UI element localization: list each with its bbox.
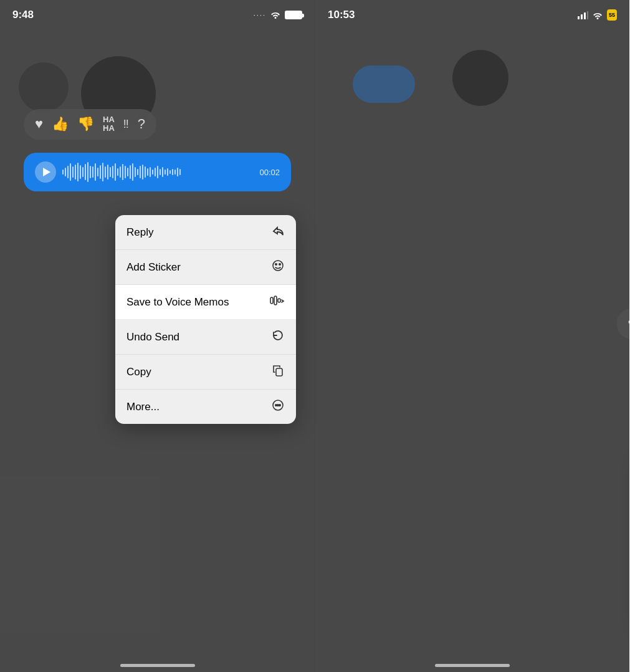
menu-add-sticker-left[interactable]: Add Sticker xyxy=(115,250,296,285)
svg-rect-6 xyxy=(276,368,282,376)
menu-copy-left[interactable]: Copy xyxy=(115,355,296,390)
svg-point-0 xyxy=(273,261,283,271)
svg-rect-4 xyxy=(274,296,277,305)
battery-icon-left xyxy=(285,11,302,19)
svg-point-2 xyxy=(279,264,280,265)
svg-point-10 xyxy=(279,405,280,406)
battery-level-right: 55 xyxy=(607,9,617,21)
left-phone-panel: 9:48 ···· ♥ 👍 👎 HAHA ‼ ? xyxy=(0,0,315,672)
svg-rect-12 xyxy=(581,14,583,19)
reaction-thumbsup[interactable]: 👍 xyxy=(52,116,69,132)
voice-bubble-left: 00:02 xyxy=(24,153,291,191)
svg-rect-5 xyxy=(278,299,280,302)
reaction-haha[interactable]: HAHA xyxy=(103,115,115,133)
menu-undo-send-left[interactable]: Undo Send xyxy=(115,320,296,355)
voice-duration-left: 00:02 xyxy=(259,168,280,177)
menu-reply-left[interactable]: Reply xyxy=(115,215,296,250)
svg-rect-3 xyxy=(270,297,273,304)
signal-dots-left: ···· xyxy=(254,11,266,19)
signal-bars-right xyxy=(577,11,588,19)
svg-rect-13 xyxy=(584,12,586,19)
waveform-left xyxy=(62,162,253,182)
status-time-left: 9:48 xyxy=(12,9,34,21)
menu-save-voice-left[interactable]: Save to Voice Memos xyxy=(115,285,296,320)
status-time-right: 10:53 xyxy=(328,9,355,21)
right-phone-panel: 10:53 55 ♥ 👍 👎 HAHA ‼ ? xyxy=(315,0,629,672)
reaction-heart[interactable]: ♥ xyxy=(35,116,43,132)
menu-more-left[interactable]: More... xyxy=(115,390,296,424)
status-icons-left: ···· xyxy=(254,10,302,21)
home-indicator-right xyxy=(435,664,510,667)
svg-point-1 xyxy=(275,264,277,265)
svg-rect-14 xyxy=(587,11,588,19)
svg-rect-11 xyxy=(578,16,580,19)
reaction-question[interactable]: ? xyxy=(138,116,145,132)
wifi-icon-left xyxy=(270,10,281,21)
play-button-left[interactable] xyxy=(35,161,56,183)
wifi-icon-right xyxy=(592,11,603,19)
context-menu-left: Reply Add Sticker Save to Voice Memos xyxy=(115,215,296,424)
reaction-exclaim[interactable]: ‼ xyxy=(123,118,129,131)
reaction-thumbsdown[interactable]: 👎 xyxy=(77,116,94,132)
reaction-heart-right[interactable]: ♥ xyxy=(628,315,629,332)
svg-point-9 xyxy=(277,405,279,406)
svg-point-8 xyxy=(275,405,277,406)
status-icons-right: 55 xyxy=(577,9,617,21)
home-indicator-left xyxy=(120,664,195,667)
reaction-bar-left: ♥ 👍 👎 HAHA ‼ ? xyxy=(24,109,156,140)
